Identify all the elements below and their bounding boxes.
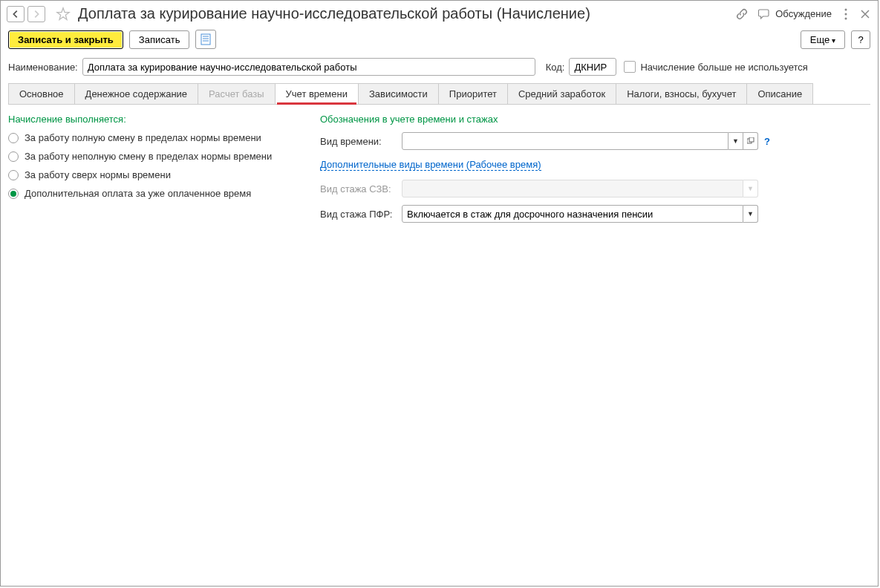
svg-rect-8: [749, 137, 754, 142]
code-label: Код:: [546, 62, 565, 73]
code-input[interactable]: [569, 58, 616, 76]
time-type-input[interactable]: [402, 132, 729, 150]
tab-deps[interactable]: Зависимости: [358, 83, 439, 104]
szv-label: Вид стажа СЗВ:: [320, 183, 402, 195]
svg-point-1: [845, 13, 847, 15]
tab-time[interactable]: Учет времени: [275, 83, 359, 104]
tabs-bar: Основное Денежное содержание Расчет базы…: [8, 83, 870, 105]
tab-money[interactable]: Денежное содержание: [74, 83, 198, 104]
time-type-label: Вид времени:: [320, 136, 402, 147]
radio-label: Дополнительная оплата за уже оплаченное …: [25, 188, 251, 199]
svg-rect-3: [201, 34, 210, 45]
radio-icon: [8, 151, 19, 162]
szv-dropdown-icon: ▼: [743, 180, 758, 197]
radio-full-shift[interactable]: За работу полную смену в пределах нормы …: [8, 132, 298, 143]
more-button[interactable]: Еще: [801, 30, 845, 49]
report-icon-button[interactable]: [195, 30, 216, 49]
tab-main[interactable]: Основное: [8, 83, 75, 104]
window-title: Доплата за курирование научно-исследоват…: [78, 5, 732, 22]
favorite-star-icon[interactable]: [56, 7, 71, 22]
discussion-button[interactable]: Обсуждение: [757, 7, 832, 21]
tab-desc[interactable]: Описание: [746, 83, 813, 104]
tab-taxes[interactable]: Налоги, взносы, бухучет: [616, 83, 747, 104]
svg-point-0: [845, 8, 847, 10]
radio-overtime[interactable]: За работу сверх нормы времени: [8, 169, 298, 180]
pfr-label: Вид стажа ПФР:: [320, 209, 402, 220]
kebab-menu-icon[interactable]: [841, 7, 851, 21]
radio-part-shift[interactable]: За работу неполную смену в пределах норм…: [8, 151, 298, 162]
link-icon[interactable]: [735, 7, 749, 21]
szv-input: [402, 180, 743, 197]
additional-time-link[interactable]: Дополнительные виды времени (Рабочее вре…: [320, 159, 541, 171]
not-used-label: Начисление больше не используется: [640, 62, 807, 73]
radio-label: За работу неполную смену в пределах норм…: [25, 151, 272, 162]
radio-icon: [8, 170, 19, 180]
right-section-title: Обозначения в учете времени и стажах: [320, 114, 870, 125]
time-type-dropdown-icon[interactable]: ▼: [729, 132, 743, 150]
nav-back-button[interactable]: [7, 6, 25, 22]
svg-point-2: [845, 17, 847, 19]
pfr-input[interactable]: [402, 205, 743, 223]
radio-additional-pay[interactable]: Дополнительная оплата за уже оплаченное …: [8, 188, 298, 199]
save-button[interactable]: Записать: [129, 30, 190, 49]
radio-icon: [8, 189, 19, 199]
save-close-button[interactable]: Записать и закрыть: [8, 30, 123, 49]
radio-label: За работу сверх нормы времени: [25, 169, 171, 180]
help-button[interactable]: ?: [851, 30, 870, 49]
tab-priority[interactable]: Приоритет: [438, 83, 508, 104]
discussion-label: Обсуждение: [775, 8, 832, 19]
left-section-title: Начисление выполняется:: [8, 114, 298, 125]
not-used-checkbox[interactable]: [624, 61, 636, 73]
name-label: Наименование:: [8, 62, 78, 73]
time-type-help-icon[interactable]: ?: [764, 136, 770, 147]
name-input[interactable]: [82, 58, 535, 76]
radio-icon: [8, 133, 19, 143]
close-icon[interactable]: [860, 9, 870, 19]
tab-avg[interactable]: Средний заработок: [507, 83, 616, 104]
radio-label: За работу полную смену в пределах нормы …: [25, 132, 261, 143]
nav-forward-button[interactable]: [27, 6, 45, 22]
pfr-dropdown-icon[interactable]: ▼: [743, 205, 758, 223]
time-type-open-icon[interactable]: [743, 132, 758, 150]
tab-base: Расчет базы: [198, 83, 276, 104]
